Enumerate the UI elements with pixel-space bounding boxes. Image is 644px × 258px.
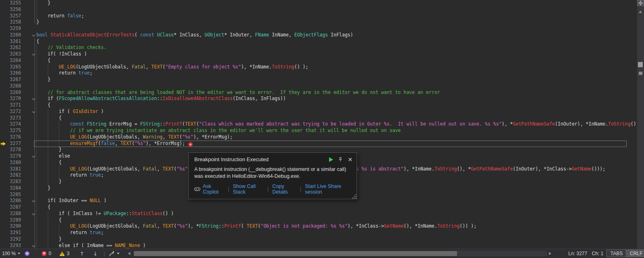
breakpoint-margin[interactable] xyxy=(0,153,7,160)
code-line[interactable]: 3267} xyxy=(0,77,637,83)
line-number[interactable]: 3293 xyxy=(7,243,21,249)
breakpoint-margin[interactable] xyxy=(0,96,7,102)
fold-chevron-icon[interactable] xyxy=(32,243,35,247)
breakpoint-margin[interactable] xyxy=(0,32,7,38)
line-number[interactable]: 3272 xyxy=(7,109,21,115)
line-number[interactable]: 3286 xyxy=(7,198,21,204)
outlining-margin[interactable] xyxy=(21,230,36,236)
code-line[interactable]: 3289{ xyxy=(0,217,637,224)
breakpoint-margin[interactable] xyxy=(0,51,7,58)
fold-chevron-icon[interactable] xyxy=(32,110,35,113)
start-live-share-link[interactable]: Start Live Share session xyxy=(305,183,351,195)
outlining-margin[interactable] xyxy=(21,211,36,217)
line-number[interactable]: 3261 xyxy=(7,38,21,45)
line-number[interactable]: 3283 xyxy=(7,179,21,185)
outlining-margin[interactable] xyxy=(21,83,36,90)
fold-chevron-icon[interactable] xyxy=(32,33,35,36)
breakpoint-margin[interactable] xyxy=(0,77,7,83)
line-number[interactable]: 3257 xyxy=(7,13,21,19)
breakpoint-margin[interactable] xyxy=(0,204,7,211)
fold-chevron-icon[interactable] xyxy=(32,212,35,215)
outlining-margin[interactable] xyxy=(21,134,36,141)
code-line[interactable]: 3266return true; xyxy=(0,70,637,77)
outlining-margin[interactable] xyxy=(21,147,36,153)
code-line[interactable]: 3263if( !InClass ) xyxy=(0,51,637,58)
next-issue-button[interactable]: ↓ xyxy=(93,249,98,258)
line-number[interactable]: 3259 xyxy=(7,26,21,32)
outlining-margin[interactable] xyxy=(21,26,36,32)
outlining-margin[interactable] xyxy=(21,204,36,211)
outlining-margin[interactable] xyxy=(21,70,36,77)
code-line[interactable]: 3272if ( GIsEditor ) xyxy=(0,109,637,115)
outlining-margin[interactable] xyxy=(21,179,36,185)
outlining-margin[interactable] xyxy=(21,77,36,83)
outlining-margin[interactable] xyxy=(21,172,36,179)
code-line[interactable]: 3256 xyxy=(0,6,637,13)
line-number[interactable]: 3273 xyxy=(7,115,21,122)
outlining-margin[interactable] xyxy=(21,38,36,45)
scroll-left-button[interactable] xyxy=(128,249,130,258)
code-editor[interactable]: 3255}32563257return false;3258}32593260b… xyxy=(0,0,637,249)
code-line[interactable]: 3274const FString ErrorMsg = FString::Pr… xyxy=(0,121,637,128)
warning-indicator[interactable]: 3 xyxy=(60,249,70,258)
line-number[interactable]: 3270 xyxy=(7,96,21,102)
breakpoint-margin[interactable] xyxy=(0,128,7,134)
breakpoint-margin[interactable] xyxy=(0,236,7,243)
line-number[interactable]: 3288 xyxy=(7,211,21,217)
line-number[interactable]: 3255 xyxy=(7,0,21,6)
horizontal-scrollbar[interactable] xyxy=(134,251,547,256)
breakpoint-margin[interactable] xyxy=(0,6,7,13)
breakpoint-margin[interactable] xyxy=(0,179,7,185)
outlining-margin[interactable] xyxy=(21,109,36,115)
breakpoint-margin[interactable] xyxy=(0,64,7,70)
code-line[interactable]: 3276UE_LOG(LogUObjectGlobals, Warning, T… xyxy=(0,134,637,141)
code-line[interactable]: 3262// Validation checks. xyxy=(0,45,637,51)
breakpoint-margin[interactable] xyxy=(0,198,7,204)
line-number[interactable]: 3262 xyxy=(7,45,21,51)
line-number[interactable]: 3292 xyxy=(7,236,21,243)
code-line[interactable]: 3268 xyxy=(0,83,637,90)
code-line[interactable]: 3290UE_LOG(LogUObjectGlobals, Fatal, TEX… xyxy=(0,223,637,230)
line-number[interactable]: 3282 xyxy=(7,172,21,179)
outlining-margin[interactable] xyxy=(21,121,36,128)
line-number[interactable]: 3279 xyxy=(7,153,21,160)
breakpoint-margin[interactable] xyxy=(0,230,7,236)
line-number[interactable]: 3287 xyxy=(7,204,21,211)
copy-details-link[interactable]: Copy Details xyxy=(272,183,296,195)
breakpoint-margin[interactable] xyxy=(0,211,7,217)
code-line[interactable]: 3292} xyxy=(0,236,637,243)
close-button[interactable]: ✕ xyxy=(348,157,353,162)
line-number[interactable]: 3285 xyxy=(7,192,21,198)
outlining-margin[interactable] xyxy=(21,96,36,102)
breakpoint-margin[interactable] xyxy=(0,19,7,26)
ask-copilot-link[interactable]: Ask Copilot xyxy=(203,183,224,195)
code-line[interactable]: 3257return false; xyxy=(0,13,637,19)
line-number[interactable]: 3256 xyxy=(7,6,21,13)
outlining-margin[interactable] xyxy=(21,19,36,26)
outlining-margin[interactable] xyxy=(21,223,36,230)
code-line[interactable]: 3269// for abstract classes that are bei… xyxy=(0,90,637,96)
continue-button[interactable] xyxy=(329,157,333,162)
line-ending-button[interactable]: CRLF xyxy=(626,249,644,257)
breakpoint-margin[interactable] xyxy=(0,121,7,128)
line-number[interactable]: 3260 xyxy=(7,32,21,38)
line-number[interactable]: 3281 xyxy=(7,166,21,173)
breakpoint-margin[interactable] xyxy=(0,115,7,122)
code-line[interactable]: 3275// if we are trying instantiate an a… xyxy=(0,128,637,134)
breakpoint-margin[interactable] xyxy=(0,147,7,153)
breakpoint-margin[interactable] xyxy=(0,0,7,6)
line-number[interactable]: 3277 xyxy=(7,141,21,147)
line-number[interactable]: 3275 xyxy=(7,128,21,134)
line-number[interactable]: 3291 xyxy=(7,230,21,236)
breakpoint-margin[interactable] xyxy=(0,38,7,45)
code-line[interactable]: 3265UE_LOG(LogUObjectGlobals, Fatal, TEX… xyxy=(0,64,637,70)
outlining-margin[interactable] xyxy=(21,198,36,204)
resize-grip[interactable] xyxy=(352,194,356,198)
scroll-right-button[interactable] xyxy=(549,249,551,258)
line-number[interactable]: 3263 xyxy=(7,51,21,58)
line-number[interactable]: 3289 xyxy=(7,217,21,224)
breakpoint-margin[interactable] xyxy=(0,134,7,141)
breakpoint-margin[interactable] xyxy=(0,109,7,115)
line-number[interactable]: 3268 xyxy=(7,83,21,90)
scroll-up-arrow-icon[interactable] xyxy=(639,11,642,13)
